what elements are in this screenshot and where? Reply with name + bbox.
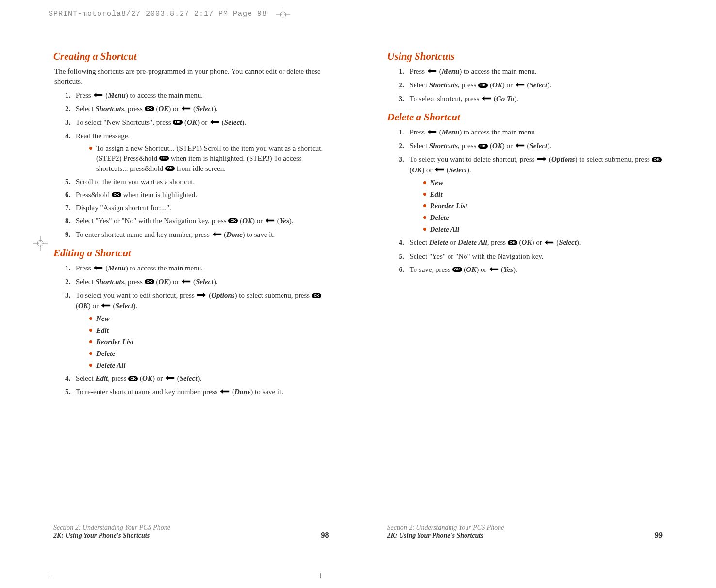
- step-text: (: [111, 302, 116, 310]
- step-text: (: [222, 231, 227, 238]
- step-text: To select "New Shortcuts", press: [76, 118, 173, 126]
- submenu-item: Edit: [96, 326, 109, 334]
- step-text: ).: [547, 142, 551, 150]
- step-text: ) or: [476, 266, 488, 273]
- left-softkey-icon: [181, 104, 191, 114]
- ok-icon: OK: [145, 279, 154, 284]
- submenu-item: Reorder List: [96, 338, 133, 346]
- footer-line1: Section 2: Understanding Your PCS Phone: [53, 524, 170, 532]
- list-item: To assign a new Shortcut... (STEP1) Scro…: [89, 143, 329, 174]
- left-softkey-icon: [219, 387, 230, 397]
- step-text: ) to access the main menu.: [126, 91, 203, 99]
- heading-creating-shortcut: Creating a Shortcut: [53, 50, 329, 63]
- submenu-item: Delete All: [96, 361, 126, 369]
- ok-icon: OK: [165, 166, 175, 171]
- label: Shortcuts: [95, 105, 124, 113]
- label: Delete: [429, 238, 448, 246]
- submenu-item: Delete: [96, 350, 115, 357]
- print-header: SPRINT-motorola8/27 2003.8.27 2:17 PM Pa…: [49, 10, 267, 18]
- right-softkey-icon: [196, 290, 207, 301]
- step-text: (: [525, 142, 530, 150]
- step-text: (: [517, 238, 522, 246]
- list-item: New: [423, 178, 663, 188]
- left-softkey-icon: [181, 277, 191, 287]
- step-text: ) or: [502, 81, 515, 89]
- list-item: Delete All: [423, 224, 663, 235]
- label: OK: [522, 238, 532, 246]
- step-text: , press: [458, 81, 478, 89]
- label: OK: [412, 166, 422, 174]
- step-text: (: [437, 128, 442, 136]
- step-text: ) or: [152, 374, 165, 382]
- step-text: (: [437, 67, 442, 75]
- list-item: 3.To select shortcut, press (Go To).: [402, 94, 663, 104]
- step-text: Select: [76, 278, 95, 286]
- left-softkey-icon: [434, 165, 445, 175]
- left-softkey-icon: [100, 301, 111, 311]
- ok-icon: OK: [128, 376, 138, 381]
- label: Select: [196, 278, 214, 286]
- left-softkey-icon: [209, 118, 220, 128]
- step-text: ) or: [502, 142, 515, 150]
- footer-text: Section 2: Understanding Your PCS Phone …: [387, 524, 504, 539]
- footer-text: Section 2: Understanding Your PCS Phone …: [53, 524, 170, 539]
- label: OK: [492, 142, 502, 150]
- step-text: ) or: [532, 238, 544, 246]
- step-text: Press&hold: [76, 191, 112, 199]
- step-text: , press: [487, 238, 508, 246]
- left-softkey-icon: [544, 238, 554, 248]
- using-steps: 1.Press (Menu) to access the main menu. …: [387, 67, 663, 104]
- label: OK: [187, 118, 197, 126]
- step-text: ) or: [168, 105, 181, 113]
- list-item: 8.Select "Yes" or "No" with the Navigati…: [68, 216, 329, 227]
- step-text: (: [138, 374, 142, 382]
- list-item: Delete: [89, 349, 329, 359]
- ok-icon: OK: [112, 192, 121, 197]
- left-softkey-icon: [488, 265, 499, 275]
- submenu-item: New: [96, 315, 110, 322]
- label: Select: [224, 118, 242, 126]
- step-text: ) to access the main menu.: [459, 128, 536, 136]
- list-item: Delete All: [89, 360, 329, 370]
- step-text: when item is highlighted.: [121, 191, 197, 199]
- step-text: ).: [214, 278, 218, 286]
- ok-icon: OK: [145, 106, 154, 111]
- step-text: (: [275, 217, 280, 225]
- step-text: Read the message.: [76, 132, 130, 140]
- list-item: 7.Display "Assign shortcut for:...".: [68, 203, 329, 213]
- label: Shortcuts: [429, 81, 458, 89]
- left-softkey-icon: [212, 230, 222, 240]
- submenu-item: New: [430, 179, 444, 186]
- label: Select: [530, 142, 548, 150]
- creating-steps: 1.Press (Menu) to access the main menu. …: [53, 90, 329, 240]
- list-item: 2.Select Shortcuts, press OK (OK) or (Se…: [68, 277, 329, 287]
- step-text: (: [207, 291, 211, 299]
- list-item: 4.Select Edit, press OK (OK) or (Select)…: [68, 373, 329, 384]
- ok-icon: OK: [228, 218, 238, 223]
- heading-editing-shortcut: Editing a Shortcut: [53, 247, 329, 259]
- step-text: Press: [410, 67, 427, 75]
- step-text: or: [448, 238, 458, 246]
- list-item: 2.Select Shortcuts, press OK (OK) or (Se…: [68, 104, 329, 115]
- label: Select: [196, 105, 214, 113]
- label: Menu: [442, 67, 460, 75]
- step-text: (: [492, 95, 496, 102]
- page-footer: Section 2: Understanding Your PCS Phone …: [53, 524, 329, 539]
- step-text: (: [103, 91, 108, 99]
- ok-icon: OK: [478, 144, 488, 149]
- list-item: 1.Press (Menu) to access the main menu.: [402, 127, 663, 138]
- submenu-item: Reorder List: [430, 202, 467, 210]
- label: Shortcuts: [95, 278, 124, 286]
- step-text: (: [499, 266, 503, 273]
- step-text: Select: [76, 105, 95, 113]
- heading-delete-shortcut: Delete a Shortcut: [387, 111, 663, 123]
- footer-line1: Section 2: Understanding Your PCS Phone: [387, 524, 504, 532]
- step-text: , press: [124, 278, 145, 286]
- step-text: (: [554, 238, 559, 246]
- step-text: (: [488, 142, 492, 150]
- footer-line2: 2K: Using Your Phone's Shortcuts: [53, 532, 170, 539]
- list-item: 5.Scroll to the item you want as a short…: [68, 177, 329, 187]
- ok-icon: OK: [159, 156, 169, 161]
- label: Yes: [280, 217, 289, 225]
- step-text: To select you want to delete shortcut, p…: [410, 155, 537, 163]
